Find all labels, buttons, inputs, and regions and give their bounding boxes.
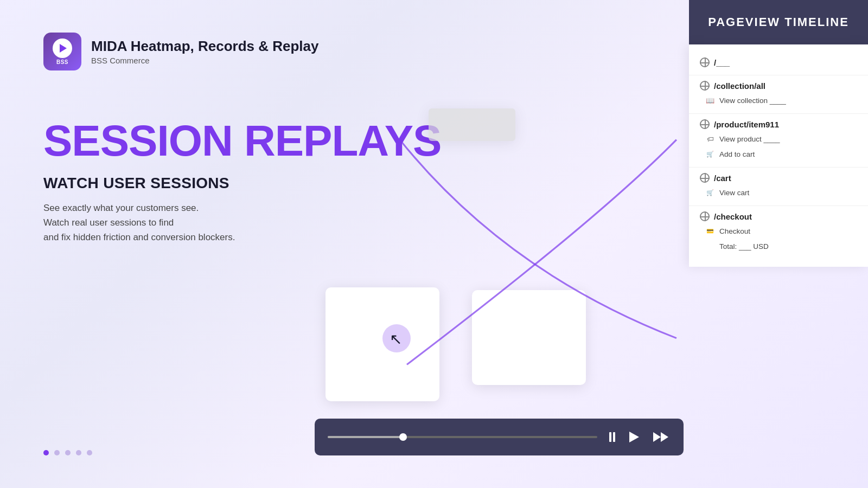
header-text-block: MIDA Heatmap, Records & Replay BSS Comme… bbox=[91, 38, 318, 65]
pause-button[interactable] bbox=[607, 430, 617, 444]
pageview-item-product: /product/item911 View product ____ Add t… bbox=[689, 114, 868, 168]
globe-icon-checkout bbox=[700, 211, 710, 221]
progress-fill bbox=[328, 436, 403, 438]
url-home: /___ bbox=[714, 58, 730, 67]
company-name: BSS Commerce bbox=[91, 56, 318, 65]
book-icon bbox=[705, 95, 715, 105]
sub-items-cart: View cart bbox=[700, 185, 857, 200]
view-collection-label: View collection ____ bbox=[719, 97, 786, 105]
tag-icon bbox=[705, 134, 715, 144]
play-button[interactable] bbox=[627, 429, 641, 445]
cursor-indicator: ↖ bbox=[382, 324, 411, 352]
url-collection: /collection/all bbox=[714, 81, 765, 91]
pageview-list: /___ /collection/all View collection ___… bbox=[689, 44, 868, 267]
video-player-bar bbox=[315, 419, 684, 455]
pageview-title: PAGEVIEW TIMELINE bbox=[708, 15, 849, 29]
progress-thumb[interactable] bbox=[399, 433, 407, 441]
sub-items-collection: View collection ____ bbox=[700, 93, 857, 108]
sub-items-product: View product ____ Add to cart bbox=[700, 131, 857, 162]
browser-mock-right bbox=[472, 290, 586, 385]
url-product: /product/item911 bbox=[714, 120, 779, 129]
url-row-collection: /collection/all bbox=[700, 81, 857, 91]
desc-line1: See exactly what your customers see. bbox=[43, 203, 199, 213]
pageview-header: PAGEVIEW TIMELINE bbox=[689, 0, 868, 44]
checkout-total-label: Total: ___ USD bbox=[719, 242, 769, 251]
view-cart-label: View cart bbox=[719, 189, 749, 197]
sub-checkout: Checkout bbox=[705, 223, 857, 239]
pageview-item-home: /___ bbox=[689, 52, 868, 75]
sub-view-cart: View cart bbox=[705, 185, 857, 200]
url-row-home: /___ bbox=[700, 57, 857, 67]
desc-line3: and fix hidden friction and conversion b… bbox=[43, 232, 235, 242]
dot-1[interactable] bbox=[43, 450, 49, 455]
sub-view-collection: View collection ____ bbox=[705, 93, 857, 108]
dot-4[interactable] bbox=[76, 450, 81, 455]
url-row-product: /product/item911 bbox=[700, 119, 857, 129]
url-checkout: /checkout bbox=[714, 212, 752, 221]
pageview-item-collection: /collection/all View collection ____ bbox=[689, 75, 868, 114]
url-row-cart: /cart bbox=[700, 173, 857, 183]
fast-forward-button[interactable] bbox=[651, 430, 671, 444]
cursor-arrow-icon: ↖ bbox=[390, 330, 402, 348]
browser-mock-top bbox=[429, 108, 515, 141]
dot-2[interactable] bbox=[54, 450, 60, 455]
app-logo: BSS bbox=[43, 33, 81, 70]
progress-track[interactable] bbox=[328, 436, 597, 438]
pageview-item-cart: /cart View cart bbox=[689, 168, 868, 206]
sub-add-to-cart: Add to cart bbox=[705, 146, 857, 162]
fast-forward-icon bbox=[653, 432, 668, 442]
sub-view-product: View product ____ bbox=[705, 131, 857, 146]
globe-icon-collection bbox=[700, 81, 710, 91]
checkout-label: Checkout bbox=[719, 227, 750, 235]
dot-5[interactable] bbox=[87, 450, 92, 455]
checkout-icon bbox=[705, 226, 715, 236]
dot-3[interactable] bbox=[65, 450, 71, 455]
view-product-label: View product ____ bbox=[719, 135, 780, 143]
slide-dots bbox=[43, 450, 92, 455]
pageview-panel: PAGEVIEW TIMELINE /___ /collection/all V… bbox=[689, 0, 868, 267]
sub-checkout-total: Total: ___ USD bbox=[705, 239, 857, 254]
globe-icon-cart bbox=[700, 173, 710, 183]
cart-icon bbox=[705, 188, 715, 197]
play-icon bbox=[629, 432, 639, 442]
total-spacer bbox=[705, 241, 715, 251]
visual-area: ↖ bbox=[315, 87, 684, 418]
app-name: MIDA Heatmap, Records & Replay bbox=[91, 38, 318, 55]
logo-bss-text: BSS bbox=[56, 59, 68, 65]
add-to-cart-label: Add to cart bbox=[719, 150, 755, 158]
visual-canvas: ↖ bbox=[315, 87, 684, 418]
pageview-item-checkout: /checkout Checkout Total: ___ USD bbox=[689, 206, 868, 259]
desc-line2: Watch real user sessions to find bbox=[43, 217, 174, 228]
logo-play-icon bbox=[53, 38, 72, 58]
url-row-checkout: /checkout bbox=[700, 211, 857, 221]
cart-add-icon bbox=[705, 149, 715, 159]
browser-mock-left: ↖ bbox=[326, 287, 439, 401]
globe-icon-home bbox=[700, 57, 710, 67]
globe-icon-product bbox=[700, 119, 710, 129]
app-header: BSS MIDA Heatmap, Records & Replay BSS C… bbox=[43, 33, 318, 70]
pause-icon bbox=[609, 432, 615, 442]
url-cart: /cart bbox=[714, 174, 731, 183]
sub-items-checkout: Checkout Total: ___ USD bbox=[700, 223, 857, 254]
